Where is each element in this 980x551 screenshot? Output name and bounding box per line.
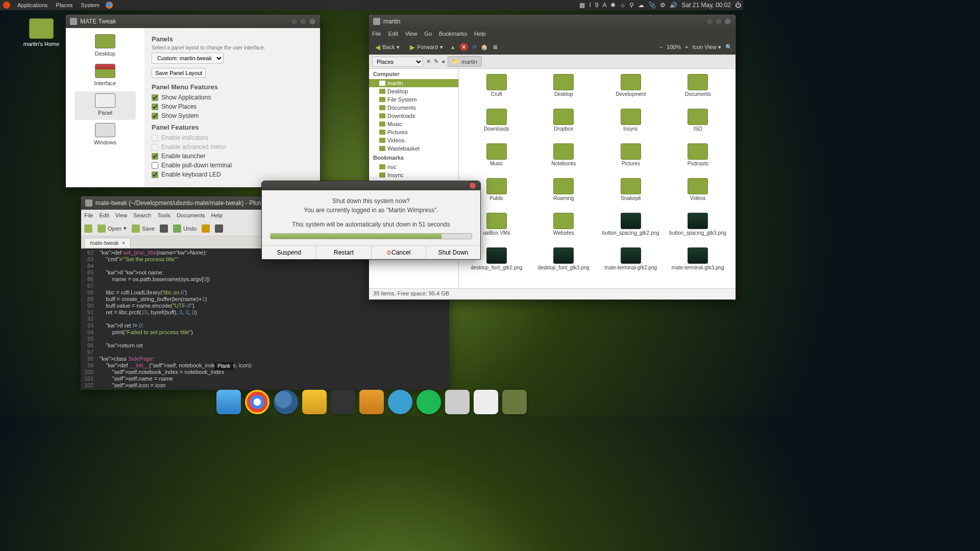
redo-button[interactable]	[202, 224, 210, 233]
close-button[interactable]	[469, 182, 476, 189]
search-icon[interactable]: 🔍	[725, 44, 732, 51]
bluetooth-icon[interactable]: ✱	[608, 2, 618, 9]
clock[interactable]: Sat 21 May, 00:02	[679, 2, 733, 9]
menu-help[interactable]: Help	[474, 31, 486, 37]
indicator-a-icon[interactable]: A	[600, 2, 608, 9]
file-button-spacing-gtk2-png[interactable]: button_spacing_gtk2.png	[597, 213, 665, 247]
distributor-logo-icon[interactable]	[3, 2, 10, 9]
save-button[interactable]: Save	[132, 224, 155, 233]
checkbox-input[interactable]	[152, 94, 158, 101]
menu-search[interactable]: Search	[133, 212, 151, 218]
cat-interface[interactable]: Interface	[75, 62, 136, 90]
zoom-in-icon[interactable]: +	[685, 44, 688, 50]
tab-mate-tweak[interactable]: mate-tweak×	[84, 238, 131, 247]
indicator-i-icon[interactable]: I	[587, 2, 593, 9]
view-select[interactable]: Icon View ▾	[692, 44, 721, 51]
cat-desktop[interactable]: Desktop	[75, 32, 136, 61]
files-grid[interactable]: CruftDesktopDevelopmentDocumentsDownload…	[459, 69, 736, 288]
dock-chrome-icon[interactable]	[245, 390, 270, 414]
minimize-button[interactable]	[706, 18, 713, 25]
dock-show-icon[interactable]	[502, 390, 527, 414]
restart-button[interactable]: Restart	[316, 246, 371, 259]
file-desktop[interactable]: Desktop	[530, 74, 598, 109]
suspend-button[interactable]: Suspend	[262, 246, 316, 259]
sidebar-item-downloads[interactable]: Downloads	[369, 112, 458, 120]
checkbox-enable-pull-down-terminal[interactable]: Enable pull-down terminal	[152, 161, 313, 170]
dock-files-icon[interactable]	[445, 390, 470, 414]
dock-tb-icon[interactable]	[274, 390, 298, 414]
file-downloads[interactable]: Downloads	[463, 109, 530, 143]
titlebar[interactable]: martin	[369, 15, 736, 28]
volume-icon[interactable]: 🔊	[668, 2, 679, 9]
breadcrumb-martin[interactable]: 📁martin	[448, 56, 482, 67]
menu-bookmarks[interactable]: Bookmarks	[439, 31, 467, 37]
checkbox-show-places[interactable]: Show Places	[152, 102, 313, 111]
firefox-icon[interactable]	[106, 2, 113, 9]
weather-icon[interactable]: ☁	[636, 2, 646, 9]
file-music[interactable]: Music	[463, 143, 530, 178]
checkbox-show-applications[interactable]: Show Applications	[152, 93, 313, 102]
dock-edit-icon[interactable]	[474, 390, 498, 414]
checkbox-input[interactable]	[152, 113, 158, 119]
menu-file[interactable]: File	[84, 212, 93, 218]
sidebar-item-pictures[interactable]: Pictures	[369, 128, 458, 136]
back-button[interactable]: ◀Back ▾	[372, 42, 403, 53]
layout-select[interactable]: Custom: martin-tweak	[152, 53, 224, 64]
sidebar-item-insync[interactable]: Insync	[369, 171, 458, 179]
settings-icon[interactable]: ⚙	[658, 2, 668, 9]
cat-panel[interactable]: Panel	[75, 91, 136, 120]
clip-icon[interactable]: 📎	[646, 2, 658, 9]
computer-icon[interactable]: 🖥	[492, 44, 498, 50]
checkbox-enable-keyboard-led[interactable]: Enable keyboard LED	[152, 170, 313, 179]
menu-help[interactable]: Help	[211, 212, 223, 218]
file-websites[interactable]: Websites	[530, 213, 598, 247]
menu-applications[interactable]: Applications	[13, 2, 52, 8]
file-mate-terminal-gtk2-png[interactable]: mate-terminal-gtk2.png	[597, 247, 665, 282]
checkbox-show-system[interactable]: Show System	[152, 111, 313, 120]
checkbox-input[interactable]	[152, 153, 158, 160]
dock-cup-icon[interactable]	[302, 390, 327, 414]
menu-system[interactable]: System	[77, 2, 104, 8]
file-videos[interactable]: Videos	[665, 178, 732, 213]
file-pictures[interactable]: Pictures	[597, 143, 665, 178]
home-icon[interactable]: 🏠	[481, 44, 488, 51]
close-side-icon[interactable]: ✕	[426, 58, 431, 65]
checkbox-input[interactable]	[152, 171, 158, 178]
location-icon[interactable]: ⚲	[627, 2, 636, 9]
forward-button[interactable]: ▶Forward ▾	[407, 42, 446, 53]
file-desktop-font-gtk3-png[interactable]: desktop_font_gtk3.png	[530, 247, 598, 282]
file-dropbox[interactable]: Dropbox	[530, 109, 598, 143]
menu-edit[interactable]: Edit	[100, 212, 109, 218]
sidebar-item-documents[interactable]: Documents	[369, 104, 458, 112]
dock-spot-icon[interactable]	[416, 390, 441, 414]
file-insync[interactable]: Insync	[597, 109, 665, 143]
file-notebooks[interactable]: Notebooks	[530, 143, 598, 178]
reload-icon[interactable]: ⟳	[472, 44, 477, 51]
sidebar-item-videos[interactable]: Videos	[369, 136, 458, 144]
dock-anchor-icon[interactable]	[216, 390, 241, 414]
menu-view[interactable]: View	[115, 212, 128, 218]
maximize-button[interactable]	[300, 18, 307, 25]
file-development[interactable]: Development	[597, 74, 665, 109]
workspace-switcher-icon[interactable]: ▦	[577, 2, 587, 9]
menu-documents[interactable]: Documents	[177, 212, 205, 218]
checkbox-input[interactable]	[152, 162, 158, 169]
menu-places[interactable]: Places	[52, 2, 77, 8]
open-button[interactable]: Open ▾	[97, 224, 127, 233]
stop-icon[interactable]: ✕	[460, 43, 468, 51]
shutdown-button[interactable]: Shut Down	[426, 246, 480, 259]
menu-file[interactable]: File	[372, 31, 381, 37]
menu-go[interactable]: Go	[424, 31, 432, 37]
brightness-icon[interactable]: ☼	[618, 2, 627, 9]
sidebar-item-nuc[interactable]: nuc	[369, 163, 458, 171]
cancel-button[interactable]: ⊘Cancel	[371, 246, 426, 259]
menu-edit[interactable]: Edit	[388, 31, 398, 37]
maximize-button[interactable]	[715, 18, 722, 25]
close-button[interactable]	[309, 18, 316, 25]
up-icon[interactable]: ▲	[450, 44, 456, 50]
file-mate-terminal-gtk3-png[interactable]: mate-terminal-gtk3.png	[665, 247, 732, 282]
path-back-icon[interactable]: ◂	[442, 58, 445, 65]
menu-view[interactable]: View	[405, 31, 418, 37]
cat-windows[interactable]: Windows	[75, 121, 136, 149]
close-button[interactable]	[724, 18, 731, 25]
